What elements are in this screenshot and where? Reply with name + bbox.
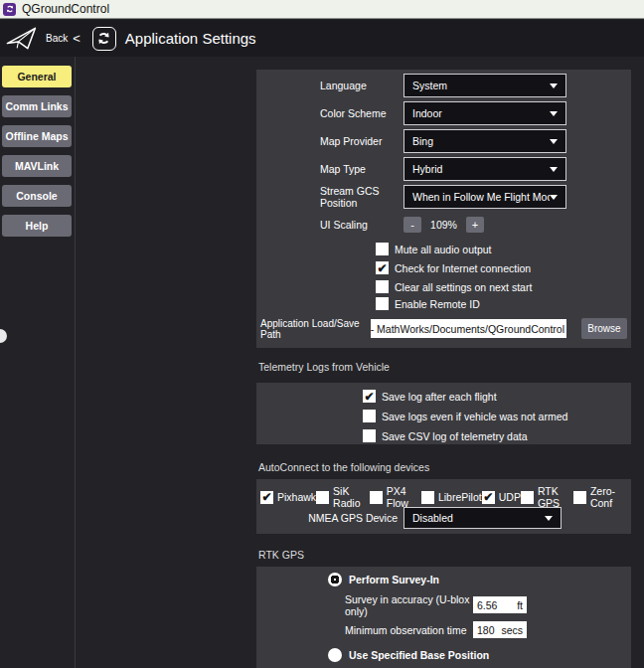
checkbox-icon	[376, 280, 389, 293]
map-provider-label: Map Provider	[320, 135, 403, 147]
unit-label: ft	[517, 599, 523, 611]
app-toolbar: Back < Application Settings	[0, 20, 644, 57]
paper-plane-icon[interactable]	[4, 25, 38, 52]
remote-id-checkbox[interactable]: Enable Remote ID	[376, 297, 480, 310]
back-button[interactable]: Back <	[46, 31, 80, 46]
app-settings-icon[interactable]	[92, 27, 116, 51]
color-scheme-label: Color Scheme	[320, 107, 403, 119]
px4-flow-checkbox[interactable]: PX4 Flow	[370, 485, 421, 509]
clear-settings-checkbox[interactable]: Clear all settings on next start	[376, 280, 532, 293]
use-base-position-radio[interactable]: Use Specified Base Position	[328, 648, 489, 662]
map-provider-dropdown[interactable]: Bing	[403, 129, 566, 153]
color-scheme-dropdown[interactable]: Indoor	[403, 101, 566, 125]
checkbox-icon	[376, 261, 389, 274]
ui-scaling-increase-button[interactable]: +	[466, 217, 484, 233]
internet-check-checkbox[interactable]: Check for Internet connection	[376, 261, 531, 274]
checkbox-icon	[260, 491, 273, 504]
chevron-down-icon	[550, 111, 558, 116]
language-dropdown[interactable]: System	[403, 74, 566, 97]
save-path-label: Application Load/Save Path	[260, 318, 371, 340]
zero-conf-checkbox[interactable]: Zero-Conf	[573, 485, 627, 509]
checkbox-icon	[573, 491, 586, 504]
mute-audio-checkbox[interactable]: Mute all audio output	[376, 243, 491, 255]
checkbox-icon	[521, 491, 534, 504]
pixhawk-checkbox[interactable]: Pixhawk	[260, 485, 316, 509]
settings-sidebar: General Comm Links Offline Maps MAVLink …	[2, 66, 72, 245]
ui-scaling-label: UI Scaling	[320, 219, 403, 231]
ui-scaling-value: 109%	[421, 219, 466, 231]
rtk-section-title: RTK GPS	[258, 548, 631, 562]
telemetry-section-title: Telemetry Logs from Vehicle	[258, 360, 631, 374]
chevron-down-icon	[545, 516, 553, 521]
stream-gcs-position-dropdown[interactable]: When in Follow Me Flight Mode	[403, 185, 566, 209]
sidebar-item-offline-maps[interactable]: Offline Maps	[2, 125, 72, 147]
chevron-down-icon	[550, 195, 558, 200]
general-panel: Language System Color Scheme Indoor Map …	[256, 70, 631, 348]
nmea-gps-device-dropdown[interactable]: Disabled	[403, 507, 562, 529]
radio-icon	[328, 648, 342, 662]
checkbox-icon	[370, 491, 383, 504]
radio-icon	[328, 573, 342, 586]
unit-label: secs	[501, 624, 523, 636]
save-log-not-armed-checkbox[interactable]: Save logs even if vehicle was not armed	[363, 410, 567, 422]
autoconnect-section-title: AutoConnect to the following devices	[258, 460, 631, 474]
qgc-logo-icon	[3, 3, 16, 16]
chevron-down-icon	[550, 139, 558, 144]
checkbox-icon	[376, 297, 389, 310]
sidebar-item-comm-links[interactable]: Comm Links	[2, 95, 72, 117]
checkbox-icon	[376, 243, 389, 255]
back-label: Back	[46, 33, 68, 44]
page-title: Application Settings	[125, 30, 256, 47]
back-chevron-icon: <	[73, 31, 80, 46]
settings-content: Language System Color Scheme Indoor Map …	[256, 57, 631, 668]
save-path-input[interactable]: OneDrive - MathWorks/Documents/QGroundCo…	[371, 319, 566, 338]
librepilot-checkbox[interactable]: LibrePilot	[421, 485, 482, 509]
sidebar-item-general[interactable]: General	[2, 66, 72, 87]
window-title: QGroundControl	[22, 2, 109, 16]
map-type-label: Map Type	[320, 163, 403, 175]
rtk-gps-checkbox[interactable]: RTK GPS	[521, 485, 573, 509]
perform-survey-in-radio[interactable]: Perform Survey-In	[328, 573, 439, 586]
sidebar-item-mavlink[interactable]: MAVLink	[2, 155, 72, 177]
survey-accuracy-label: Survey in accuracy (U-blox only)	[345, 593, 473, 617]
checkbox-icon	[421, 491, 434, 504]
ui-scaling-decrease-button[interactable]: -	[403, 217, 421, 233]
min-observation-input[interactable]: 180 secs	[473, 621, 527, 638]
autoconnect-devices-row: Pixhawk SiK Radio PX4 Flow LibrePilot UD…	[260, 485, 627, 509]
min-observation-label: Minimum observation time	[345, 624, 473, 636]
autoconnect-panel: Pixhawk SiK Radio PX4 Flow LibrePilot UD…	[256, 479, 631, 534]
stream-gcs-position-label: Stream GCS Position	[320, 185, 403, 209]
checkbox-icon	[363, 429, 376, 442]
window-titlebar: QGroundControl	[0, 0, 644, 19]
save-csv-checkbox[interactable]: Save CSV log of telemetry data	[363, 429, 528, 442]
checkbox-icon	[482, 491, 495, 504]
telemetry-panel: Save log after each flight Save logs eve…	[256, 383, 631, 444]
left-edge-indicator	[0, 329, 7, 343]
checkbox-icon	[316, 491, 329, 504]
sik-radio-checkbox[interactable]: SiK Radio	[316, 485, 370, 509]
sidebar-divider	[75, 57, 76, 668]
chevron-down-icon	[550, 167, 558, 172]
checkbox-icon	[363, 390, 376, 403]
survey-accuracy-input[interactable]: 6.56 ft	[473, 596, 527, 613]
nmea-gps-device-label: NMEA GPS Device	[256, 512, 398, 524]
language-label: Language	[320, 80, 403, 91]
save-log-checkbox[interactable]: Save log after each flight	[363, 390, 497, 403]
sidebar-item-console[interactable]: Console	[2, 185, 72, 207]
sidebar-item-help[interactable]: Help	[2, 215, 72, 237]
udp-checkbox[interactable]: UDP	[482, 485, 521, 509]
browse-button[interactable]: Browse	[581, 318, 627, 339]
checkbox-icon	[363, 410, 376, 422]
map-type-dropdown[interactable]: Hybrid	[403, 157, 566, 181]
chevron-down-icon	[550, 84, 558, 88]
rtk-panel: Perform Survey-In Survey in accuracy (U-…	[256, 567, 631, 668]
